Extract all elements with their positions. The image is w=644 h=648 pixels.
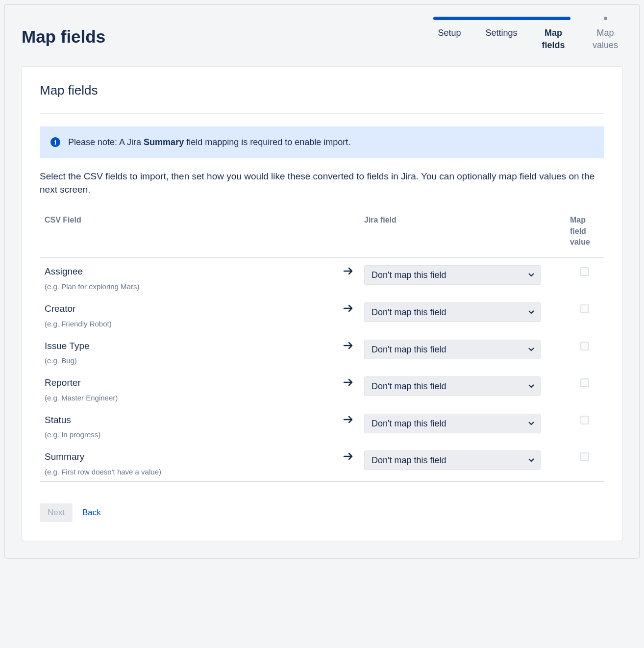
info-prefix: Please note: A Jira bbox=[68, 137, 144, 147]
col-map-value: Map field value bbox=[565, 210, 604, 258]
table-row: Summary(e.g. First row doesn't have a va… bbox=[40, 444, 604, 481]
step-label: Settings bbox=[485, 27, 517, 39]
csv-field-example: (e.g. First row doesn't have a value) bbox=[45, 467, 333, 477]
map-value-checkbox[interactable] bbox=[580, 452, 589, 461]
arrow-right-icon bbox=[343, 341, 354, 350]
arrow-right-icon bbox=[343, 303, 354, 313]
csv-field-example: (e.g. Plan for exploring Mars) bbox=[45, 281, 333, 292]
jira-field-select[interactable]: Don't map this field bbox=[364, 302, 541, 322]
info-panel: i Please note: A Jira Summary field mapp… bbox=[40, 126, 604, 158]
csv-field-name: Summary bbox=[45, 450, 333, 464]
jira-field-select[interactable]: Don't map this field bbox=[364, 450, 541, 470]
map-value-checkbox[interactable] bbox=[580, 304, 589, 313]
divider bbox=[40, 113, 604, 114]
map-value-checkbox[interactable] bbox=[580, 378, 589, 387]
csv-field-name: Issue Type bbox=[45, 340, 333, 353]
csv-field-example: (e.g. Master Engineer) bbox=[45, 393, 333, 403]
arrow-right-icon bbox=[343, 415, 354, 424]
col-csv-field: CSV Field bbox=[40, 210, 338, 258]
col-arrow bbox=[338, 210, 359, 258]
map-value-checkbox[interactable] bbox=[580, 416, 589, 424]
csv-field-name: Creator bbox=[45, 302, 333, 316]
page-wrapper: Map fields Setup Settings Map fields Map… bbox=[4, 4, 640, 559]
fields-table: CSV Field Jira field Map field value Ass… bbox=[40, 210, 604, 482]
map-value-checkbox[interactable] bbox=[580, 342, 589, 350]
card-title: Map fields bbox=[40, 81, 604, 99]
info-text: Please note: A Jira Summary field mappin… bbox=[68, 136, 350, 149]
back-button[interactable]: Back bbox=[82, 508, 101, 518]
progress-bar-icon bbox=[433, 17, 570, 20]
step-dot-icon bbox=[604, 17, 607, 20]
info-bold: Summary bbox=[144, 137, 184, 147]
content-card: Map fields i Please note: A Jira Summary… bbox=[22, 66, 622, 541]
info-suffix: field mapping is required to enable impo… bbox=[184, 137, 350, 147]
table-row: Status(e.g. In progress)Don't map this f… bbox=[40, 407, 604, 444]
jira-field-select[interactable]: Don't map this field bbox=[364, 376, 541, 396]
wizard-steps: Setup Settings Map fields Map values bbox=[432, 17, 622, 51]
csv-field-example: (e.g. Bug) bbox=[45, 355, 333, 366]
arrow-right-icon bbox=[343, 451, 354, 461]
table-row: Creator(e.g. Friendly Robot)Don't map th… bbox=[40, 296, 604, 333]
jira-field-select[interactable]: Don't map this field bbox=[364, 265, 541, 285]
step-label: Setup bbox=[438, 27, 461, 39]
jira-field-select[interactable]: Don't map this field bbox=[364, 340, 541, 359]
step-map-values[interactable]: Map values bbox=[588, 17, 622, 51]
table-row: Reporter(e.g. Master Engineer)Don't map … bbox=[40, 370, 604, 407]
csv-field-name: Reporter bbox=[45, 376, 333, 390]
step-label: Map values bbox=[593, 27, 618, 51]
arrow-right-icon bbox=[343, 266, 354, 276]
csv-field-example: (e.g. In progress) bbox=[45, 429, 333, 440]
table-row: Issue Type(e.g. Bug)Don't map this field bbox=[40, 333, 604, 370]
csv-field-example: (e.g. Friendly Robot) bbox=[45, 319, 333, 329]
table-row: Assignee(e.g. Plan for exploring Mars)Do… bbox=[40, 258, 604, 296]
description-text: Select the CSV fields to import, then se… bbox=[40, 170, 604, 196]
csv-field-name: Assignee bbox=[45, 265, 333, 278]
arrow-right-icon bbox=[343, 377, 354, 387]
col-jira-field: Jira field bbox=[359, 210, 565, 258]
step-map-fields[interactable]: Map fields bbox=[536, 17, 570, 51]
next-button[interactable]: Next bbox=[40, 503, 73, 522]
csv-field-name: Status bbox=[45, 414, 333, 427]
step-label: Map fields bbox=[542, 27, 565, 51]
footer-actions: Next Back bbox=[40, 503, 604, 522]
jira-field-select[interactable]: Don't map this field bbox=[364, 414, 541, 433]
map-value-checkbox[interactable] bbox=[580, 267, 589, 276]
header: Map fields Setup Settings Map fields Map… bbox=[22, 17, 622, 51]
info-icon: i bbox=[50, 137, 60, 147]
page-title: Map fields bbox=[22, 17, 105, 49]
